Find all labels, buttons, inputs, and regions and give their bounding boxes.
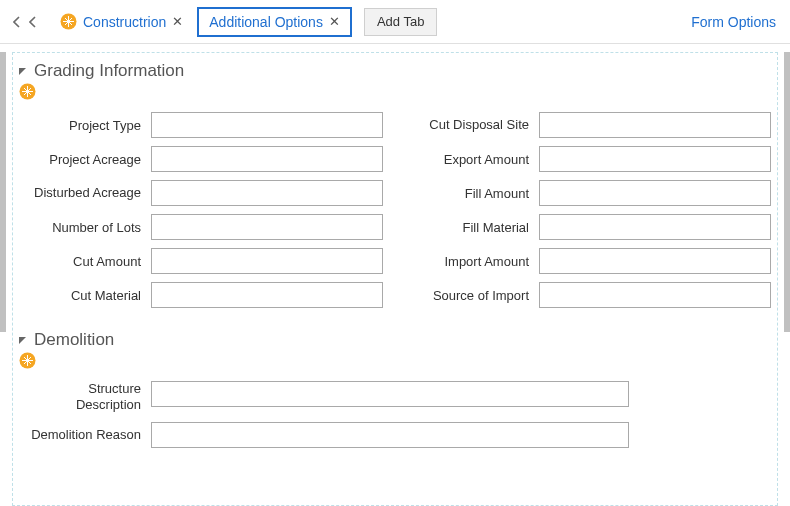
- grading-field-input[interactable]: [151, 146, 383, 172]
- field-row: Cut Disposal Site: [407, 112, 771, 138]
- field-row: Demolition Reason: [19, 422, 771, 448]
- section-icon-row: [19, 83, 771, 100]
- form-options-link[interactable]: Form Options: [691, 14, 780, 30]
- section-type-icon: [19, 352, 36, 369]
- section-title: Grading Information: [34, 61, 184, 81]
- field-row: Source of Import: [407, 282, 771, 308]
- form-canvas: Grading Information Project TypeProject …: [12, 52, 778, 506]
- tab-nav-arrows: [10, 12, 40, 32]
- grading-field-label: Cut Material: [19, 288, 151, 303]
- tab-additional-options[interactable]: Additional Options ✕: [197, 7, 352, 37]
- close-icon[interactable]: ✕: [329, 15, 340, 28]
- left-scroll-handle[interactable]: [0, 52, 6, 332]
- grading-field-label: Source of Import: [407, 288, 539, 303]
- section-grading: Grading Information Project TypeProject …: [19, 61, 771, 316]
- grading-field-label: Project Type: [19, 118, 151, 133]
- grading-field-input[interactable]: [151, 214, 383, 240]
- field-row: Cut Amount: [19, 248, 383, 274]
- field-row: Fill Material: [407, 214, 771, 240]
- field-row: Project Type: [19, 112, 383, 138]
- section-header[interactable]: Grading Information: [19, 61, 771, 81]
- field-row: Disturbed Acreage: [19, 180, 383, 206]
- field-row: Import Amount: [407, 248, 771, 274]
- field-row: Fill Amount: [407, 180, 771, 206]
- section-icon-row: [19, 352, 771, 369]
- grading-field-label: Import Amount: [407, 254, 539, 269]
- tab-label: Additional Options: [209, 14, 323, 30]
- section-type-icon: [19, 83, 36, 100]
- grading-field-input[interactable]: [151, 248, 383, 274]
- field-row: Number of Lots: [19, 214, 383, 240]
- grading-field-input[interactable]: [539, 214, 771, 240]
- section-title: Demolition: [34, 330, 114, 350]
- close-icon[interactable]: ✕: [172, 15, 183, 28]
- demolition-field-label: StructureDescription: [19, 381, 151, 414]
- grading-field-label: Fill Amount: [407, 186, 539, 201]
- grading-field-input[interactable]: [539, 112, 771, 138]
- grading-field-input[interactable]: [539, 282, 771, 308]
- grading-field-input[interactable]: [151, 112, 383, 138]
- field-row: StructureDescription: [19, 381, 771, 414]
- section-header[interactable]: Demolition: [19, 330, 771, 350]
- grading-field-label: Cut Amount: [19, 254, 151, 269]
- collapse-icon: [19, 337, 26, 344]
- grading-field-label: Fill Material: [407, 220, 539, 235]
- field-row: Project Acreage: [19, 146, 383, 172]
- tab-construction[interactable]: Constructrion ✕: [50, 7, 193, 37]
- section-demolition: Demolition StructureDescriptionDemolitio…: [19, 330, 771, 448]
- tab-nav-prev[interactable]: [10, 12, 24, 32]
- grading-field-label: Disturbed Acreage: [19, 185, 151, 201]
- tab-icon: [60, 13, 77, 30]
- demolition-field-label: Demolition Reason: [19, 427, 151, 442]
- collapse-icon: [19, 68, 26, 75]
- tab-nav-next[interactable]: [26, 12, 40, 32]
- grading-field-label: Number of Lots: [19, 220, 151, 235]
- tab-label: Constructrion: [83, 14, 166, 30]
- demolition-field-input[interactable]: [151, 422, 629, 448]
- grading-field-label: Export Amount: [407, 152, 539, 167]
- grading-field-input[interactable]: [151, 282, 383, 308]
- grading-field-input[interactable]: [539, 146, 771, 172]
- grading-field-input[interactable]: [151, 180, 383, 206]
- demolition-field-input[interactable]: [151, 381, 629, 407]
- grading-field-input[interactable]: [539, 248, 771, 274]
- grading-field-label: Project Acreage: [19, 152, 151, 167]
- right-scroll-handle[interactable]: [784, 52, 790, 332]
- field-row: Cut Material: [19, 282, 383, 308]
- field-row: Export Amount: [407, 146, 771, 172]
- grading-field-input[interactable]: [539, 180, 771, 206]
- tab-bar: Constructrion ✕ Additional Options ✕ Add…: [0, 0, 790, 44]
- add-tab-button[interactable]: Add Tab: [364, 8, 437, 36]
- grading-field-label: Cut Disposal Site: [407, 117, 539, 133]
